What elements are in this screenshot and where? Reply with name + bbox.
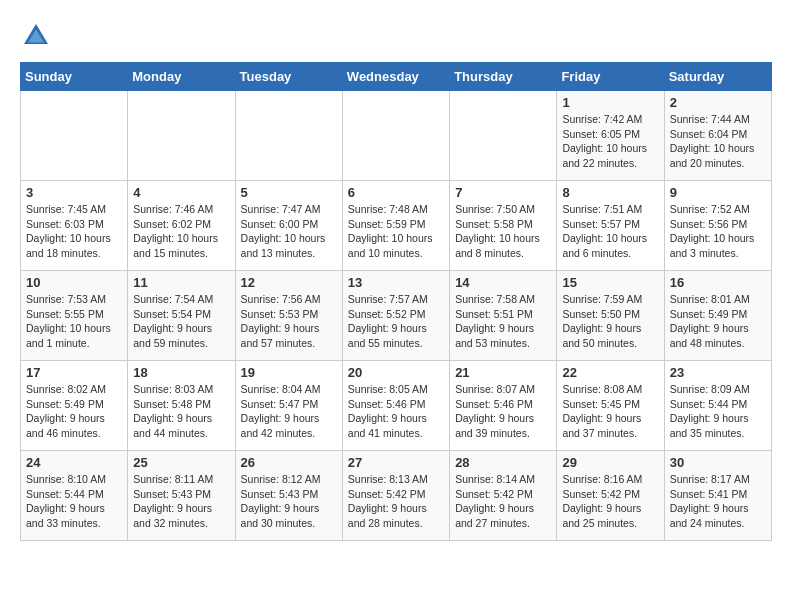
calendar-cell: 20Sunrise: 8:05 AM Sunset: 5:46 PM Dayli… <box>342 361 449 451</box>
day-info: Sunrise: 8:13 AM Sunset: 5:42 PM Dayligh… <box>348 472 444 531</box>
day-number: 8 <box>562 185 658 200</box>
day-number: 22 <box>562 365 658 380</box>
calendar-cell: 1Sunrise: 7:42 AM Sunset: 6:05 PM Daylig… <box>557 91 664 181</box>
calendar-week-4: 24Sunrise: 8:10 AM Sunset: 5:44 PM Dayli… <box>21 451 772 541</box>
day-number: 17 <box>26 365 122 380</box>
calendar-cell: 30Sunrise: 8:17 AM Sunset: 5:41 PM Dayli… <box>664 451 771 541</box>
day-info: Sunrise: 7:53 AM Sunset: 5:55 PM Dayligh… <box>26 292 122 351</box>
day-number: 2 <box>670 95 766 110</box>
day-info: Sunrise: 8:02 AM Sunset: 5:49 PM Dayligh… <box>26 382 122 441</box>
calendar-cell: 26Sunrise: 8:12 AM Sunset: 5:43 PM Dayli… <box>235 451 342 541</box>
calendar-cell: 28Sunrise: 8:14 AM Sunset: 5:42 PM Dayli… <box>450 451 557 541</box>
calendar-cell: 10Sunrise: 7:53 AM Sunset: 5:55 PM Dayli… <box>21 271 128 361</box>
day-info: Sunrise: 7:58 AM Sunset: 5:51 PM Dayligh… <box>455 292 551 351</box>
calendar-cell: 3Sunrise: 7:45 AM Sunset: 6:03 PM Daylig… <box>21 181 128 271</box>
day-info: Sunrise: 7:51 AM Sunset: 5:57 PM Dayligh… <box>562 202 658 261</box>
calendar-cell: 25Sunrise: 8:11 AM Sunset: 5:43 PM Dayli… <box>128 451 235 541</box>
day-info: Sunrise: 7:59 AM Sunset: 5:50 PM Dayligh… <box>562 292 658 351</box>
day-number: 6 <box>348 185 444 200</box>
day-number: 23 <box>670 365 766 380</box>
page-header <box>20 20 772 52</box>
day-info: Sunrise: 7:54 AM Sunset: 5:54 PM Dayligh… <box>133 292 229 351</box>
calendar-week-0: 1Sunrise: 7:42 AM Sunset: 6:05 PM Daylig… <box>21 91 772 181</box>
calendar-cell: 22Sunrise: 8:08 AM Sunset: 5:45 PM Dayli… <box>557 361 664 451</box>
day-info: Sunrise: 8:05 AM Sunset: 5:46 PM Dayligh… <box>348 382 444 441</box>
day-info: Sunrise: 8:16 AM Sunset: 5:42 PM Dayligh… <box>562 472 658 531</box>
calendar-cell <box>450 91 557 181</box>
day-number: 13 <box>348 275 444 290</box>
day-number: 16 <box>670 275 766 290</box>
day-info: Sunrise: 7:48 AM Sunset: 5:59 PM Dayligh… <box>348 202 444 261</box>
day-number: 29 <box>562 455 658 470</box>
day-info: Sunrise: 8:12 AM Sunset: 5:43 PM Dayligh… <box>241 472 337 531</box>
logo <box>20 20 58 52</box>
calendar-cell: 8Sunrise: 7:51 AM Sunset: 5:57 PM Daylig… <box>557 181 664 271</box>
day-info: Sunrise: 7:44 AM Sunset: 6:04 PM Dayligh… <box>670 112 766 171</box>
calendar-cell: 7Sunrise: 7:50 AM Sunset: 5:58 PM Daylig… <box>450 181 557 271</box>
calendar-cell: 21Sunrise: 8:07 AM Sunset: 5:46 PM Dayli… <box>450 361 557 451</box>
calendar-cell: 29Sunrise: 8:16 AM Sunset: 5:42 PM Dayli… <box>557 451 664 541</box>
col-header-monday: Monday <box>128 63 235 91</box>
day-number: 3 <box>26 185 122 200</box>
calendar-cell: 11Sunrise: 7:54 AM Sunset: 5:54 PM Dayli… <box>128 271 235 361</box>
calendar-week-1: 3Sunrise: 7:45 AM Sunset: 6:03 PM Daylig… <box>21 181 772 271</box>
calendar-cell: 5Sunrise: 7:47 AM Sunset: 6:00 PM Daylig… <box>235 181 342 271</box>
day-number: 30 <box>670 455 766 470</box>
day-info: Sunrise: 8:03 AM Sunset: 5:48 PM Dayligh… <box>133 382 229 441</box>
calendar-cell <box>128 91 235 181</box>
day-number: 9 <box>670 185 766 200</box>
day-info: Sunrise: 8:17 AM Sunset: 5:41 PM Dayligh… <box>670 472 766 531</box>
day-info: Sunrise: 8:08 AM Sunset: 5:45 PM Dayligh… <box>562 382 658 441</box>
calendar-cell: 6Sunrise: 7:48 AM Sunset: 5:59 PM Daylig… <box>342 181 449 271</box>
calendar-week-2: 10Sunrise: 7:53 AM Sunset: 5:55 PM Dayli… <box>21 271 772 361</box>
calendar-cell: 13Sunrise: 7:57 AM Sunset: 5:52 PM Dayli… <box>342 271 449 361</box>
day-number: 12 <box>241 275 337 290</box>
day-number: 21 <box>455 365 551 380</box>
calendar-cell: 24Sunrise: 8:10 AM Sunset: 5:44 PM Dayli… <box>21 451 128 541</box>
day-number: 25 <box>133 455 229 470</box>
calendar-table: SundayMondayTuesdayWednesdayThursdayFrid… <box>20 62 772 541</box>
calendar-cell: 4Sunrise: 7:46 AM Sunset: 6:02 PM Daylig… <box>128 181 235 271</box>
calendar-cell: 19Sunrise: 8:04 AM Sunset: 5:47 PM Dayli… <box>235 361 342 451</box>
calendar-cell <box>21 91 128 181</box>
day-info: Sunrise: 7:42 AM Sunset: 6:05 PM Dayligh… <box>562 112 658 171</box>
day-info: Sunrise: 7:56 AM Sunset: 5:53 PM Dayligh… <box>241 292 337 351</box>
calendar-week-3: 17Sunrise: 8:02 AM Sunset: 5:49 PM Dayli… <box>21 361 772 451</box>
day-info: Sunrise: 8:14 AM Sunset: 5:42 PM Dayligh… <box>455 472 551 531</box>
day-info: Sunrise: 8:04 AM Sunset: 5:47 PM Dayligh… <box>241 382 337 441</box>
col-header-saturday: Saturday <box>664 63 771 91</box>
calendar-cell: 12Sunrise: 7:56 AM Sunset: 5:53 PM Dayli… <box>235 271 342 361</box>
day-number: 10 <box>26 275 122 290</box>
day-info: Sunrise: 8:11 AM Sunset: 5:43 PM Dayligh… <box>133 472 229 531</box>
day-number: 18 <box>133 365 229 380</box>
day-info: Sunrise: 7:45 AM Sunset: 6:03 PM Dayligh… <box>26 202 122 261</box>
day-number: 27 <box>348 455 444 470</box>
col-header-thursday: Thursday <box>450 63 557 91</box>
day-number: 5 <box>241 185 337 200</box>
calendar-cell: 14Sunrise: 7:58 AM Sunset: 5:51 PM Dayli… <box>450 271 557 361</box>
day-info: Sunrise: 7:52 AM Sunset: 5:56 PM Dayligh… <box>670 202 766 261</box>
logo-icon <box>20 20 52 52</box>
day-info: Sunrise: 8:10 AM Sunset: 5:44 PM Dayligh… <box>26 472 122 531</box>
day-info: Sunrise: 7:47 AM Sunset: 6:00 PM Dayligh… <box>241 202 337 261</box>
day-number: 28 <box>455 455 551 470</box>
day-number: 4 <box>133 185 229 200</box>
day-number: 7 <box>455 185 551 200</box>
calendar-cell: 23Sunrise: 8:09 AM Sunset: 5:44 PM Dayli… <box>664 361 771 451</box>
calendar-cell: 27Sunrise: 8:13 AM Sunset: 5:42 PM Dayli… <box>342 451 449 541</box>
day-info: Sunrise: 7:57 AM Sunset: 5:52 PM Dayligh… <box>348 292 444 351</box>
day-info: Sunrise: 7:50 AM Sunset: 5:58 PM Dayligh… <box>455 202 551 261</box>
day-info: Sunrise: 8:01 AM Sunset: 5:49 PM Dayligh… <box>670 292 766 351</box>
col-header-tuesday: Tuesday <box>235 63 342 91</box>
day-number: 26 <box>241 455 337 470</box>
calendar-cell: 17Sunrise: 8:02 AM Sunset: 5:49 PM Dayli… <box>21 361 128 451</box>
day-number: 1 <box>562 95 658 110</box>
day-info: Sunrise: 7:46 AM Sunset: 6:02 PM Dayligh… <box>133 202 229 261</box>
day-number: 19 <box>241 365 337 380</box>
col-header-wednesday: Wednesday <box>342 63 449 91</box>
calendar-cell: 15Sunrise: 7:59 AM Sunset: 5:50 PM Dayli… <box>557 271 664 361</box>
day-info: Sunrise: 8:07 AM Sunset: 5:46 PM Dayligh… <box>455 382 551 441</box>
day-number: 20 <box>348 365 444 380</box>
calendar-cell: 9Sunrise: 7:52 AM Sunset: 5:56 PM Daylig… <box>664 181 771 271</box>
calendar-cell: 2Sunrise: 7:44 AM Sunset: 6:04 PM Daylig… <box>664 91 771 181</box>
